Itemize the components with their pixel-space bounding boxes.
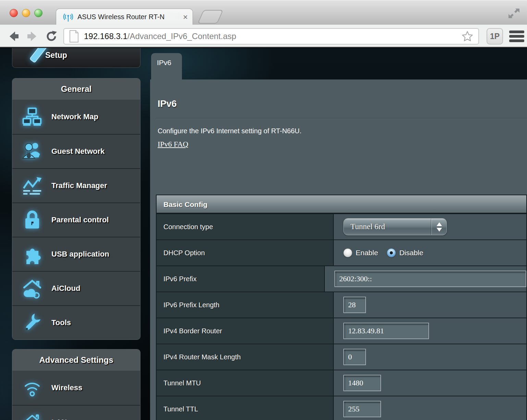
browser-tab[interactable]: ASUS Wireless Router RT-N × bbox=[56, 9, 193, 25]
window-close-button[interactable] bbox=[10, 9, 18, 17]
row-label: IPv6 Prefix Length bbox=[157, 292, 334, 318]
sidebar-item-guest-network[interactable]: Guest Network bbox=[12, 134, 140, 168]
table-row-tunnel-mtu: Tunnel MTU bbox=[157, 370, 526, 396]
select-value: Tunnel 6rd bbox=[351, 222, 431, 231]
tab-close-icon[interactable]: × bbox=[183, 13, 188, 21]
sidebar-item-label: Wireless bbox=[51, 383, 82, 392]
reload-icon[interactable] bbox=[44, 29, 59, 44]
back-icon[interactable] bbox=[6, 29, 21, 44]
table-row-ipv4-border-router: IPv4 Border Router bbox=[157, 318, 526, 344]
connection-type-select[interactable]: Tunnel 6rd bbox=[343, 218, 447, 235]
page-title: IPv6 bbox=[158, 99, 527, 109]
fullscreen-icon[interactable] bbox=[507, 7, 521, 20]
row-label: Connection type bbox=[157, 214, 334, 239]
aicloud-icon bbox=[20, 278, 45, 299]
sidebar-item-label: LAN bbox=[51, 418, 67, 420]
sidebar-group-title: Advanced Settings bbox=[12, 349, 140, 371]
window-titlebar: ASUS Wireless Router RT-N × bbox=[0, 0, 527, 25]
page-document-icon bbox=[69, 30, 79, 43]
dhcp-disable-option[interactable]: Disable bbox=[387, 248, 423, 257]
guest-network-icon bbox=[20, 141, 45, 162]
chrome-menu-icon[interactable] bbox=[509, 29, 524, 43]
table-row-ipv6-prefix-length: IPv6 Prefix Length bbox=[157, 292, 526, 318]
ipv6-prefix-input[interactable] bbox=[334, 271, 526, 287]
sidebar-item-label: Parental control bbox=[51, 215, 109, 224]
sidebar-item-usb-application[interactable]: USB application bbox=[12, 237, 140, 271]
table-row-connection-type: Connection type Tunnel 6rd bbox=[157, 213, 526, 239]
sidebar-item-label: Network Map bbox=[51, 112, 98, 121]
row-label: IPv4 Router Mask Length bbox=[157, 344, 334, 370]
table-row-ipv4-router-mask-length: IPv4 Router Mask Length bbox=[157, 344, 526, 370]
sidebar-item-label: Traffic Manager bbox=[51, 181, 107, 190]
browser-toolbar: 192.168.3.1/Advanced_IPv6_Content.asp 1P bbox=[0, 25, 527, 47]
table-row-ipv6-prefix: IPv6 Prefix bbox=[157, 265, 526, 292]
tunnel-mtu-input[interactable] bbox=[343, 375, 381, 391]
page-description: Configure the IPv6 Internet setting of R… bbox=[158, 127, 527, 135]
table-row-tunnel-ttl: Tunnel TTL bbox=[157, 396, 526, 420]
table-row-dhcp-option: DHCP Option Enable Disable bbox=[157, 239, 526, 265]
sidebar-item-parental-control[interactable]: Parental control bbox=[12, 202, 140, 237]
dhcp-enable-option[interactable]: Enable bbox=[343, 248, 378, 257]
tab-title: ASUS Wireless Router RT-N bbox=[77, 13, 180, 21]
sidebar-item-lan[interactable]: LAN bbox=[12, 405, 140, 420]
sidebar-item-label: Tools bbox=[51, 318, 71, 327]
url-bar[interactable]: 192.168.3.1/Advanced_IPv6_Content.asp bbox=[63, 28, 479, 45]
sidebar-item-setup[interactable]: Setup bbox=[12, 48, 140, 68]
setup-pencil-icon bbox=[26, 48, 50, 68]
url-text[interactable]: 192.168.3.1/Advanced_IPv6_Content.asp bbox=[84, 32, 461, 41]
url-host: 192.168.3.1 bbox=[84, 32, 127, 41]
sidebar-item-network-map[interactable]: Network Map bbox=[12, 100, 140, 134]
row-label: Tunnel MTU bbox=[157, 370, 334, 396]
sidebar-item-wireless[interactable]: Wireless bbox=[12, 371, 140, 405]
basic-config-header: Basic Config bbox=[157, 195, 526, 213]
title-divider bbox=[156, 118, 527, 119]
forward-icon[interactable] bbox=[25, 29, 40, 44]
lan-icon bbox=[20, 412, 45, 420]
wireless-icon bbox=[20, 378, 45, 398]
window-minimize-button[interactable] bbox=[22, 9, 30, 17]
network-map-icon bbox=[20, 107, 45, 127]
sidebar-group-advanced-settings: Advanced Settings Wireless bbox=[12, 349, 140, 420]
sidebar-item-aicloud[interactable]: AiCloud bbox=[12, 271, 140, 305]
usb-application-icon bbox=[20, 244, 45, 264]
parental-control-icon bbox=[20, 210, 45, 230]
main-panel: IPv6 Configure the IPv6 Internet setting… bbox=[150, 79, 527, 420]
select-arrows-icon bbox=[431, 219, 446, 235]
onepassword-extension-button[interactable]: 1P bbox=[487, 28, 503, 45]
row-label: IPv4 Border Router bbox=[157, 318, 334, 344]
row-label: IPv6 Prefix bbox=[157, 266, 325, 292]
ipv4-border-router-input[interactable] bbox=[343, 323, 429, 339]
tunnel-ttl-input[interactable] bbox=[343, 401, 381, 417]
sidebar-item-tools[interactable]: Tools bbox=[12, 305, 140, 339]
radio-enable[interactable] bbox=[343, 248, 352, 257]
row-label: DHCP Option bbox=[157, 240, 334, 265]
traffic-manager-icon bbox=[20, 175, 45, 196]
ipv6-prefix-length-input[interactable] bbox=[343, 297, 366, 313]
sidebar-item-traffic-manager[interactable]: Traffic Manager bbox=[12, 168, 140, 202]
bookmark-star-icon[interactable] bbox=[461, 30, 474, 42]
sidebar-item-label: AiCloud bbox=[51, 284, 80, 293]
tab-ipv6[interactable]: IPv6 bbox=[151, 53, 182, 81]
sidebar-group-general: General Network Map bbox=[12, 78, 140, 340]
sidebar-item-label: Guest Network bbox=[51, 147, 105, 156]
sidebar-group-title: General bbox=[12, 78, 140, 100]
url-path: /Advanced_IPv6_Content.asp bbox=[127, 32, 236, 41]
new-tab-button[interactable] bbox=[197, 10, 223, 24]
window-zoom-button[interactable] bbox=[34, 9, 42, 17]
basic-config-table: Basic Config Connection type Tunnel 6rd … bbox=[156, 195, 527, 420]
favicon-wifi-icon bbox=[63, 12, 73, 22]
radio-disable[interactable] bbox=[387, 248, 396, 257]
tools-icon bbox=[20, 313, 45, 333]
sidebar-item-label: USB application bbox=[51, 250, 109, 259]
row-label: Tunnel TTL bbox=[157, 396, 334, 420]
ipv6-faq-link[interactable]: IPv6 FAQ bbox=[158, 140, 188, 149]
browser-chrome: ASUS Wireless Router RT-N × bbox=[0, 0, 527, 48]
ipv4-router-mask-length-input[interactable] bbox=[343, 349, 366, 365]
router-page: Setup General Network Map bbox=[0, 48, 527, 420]
